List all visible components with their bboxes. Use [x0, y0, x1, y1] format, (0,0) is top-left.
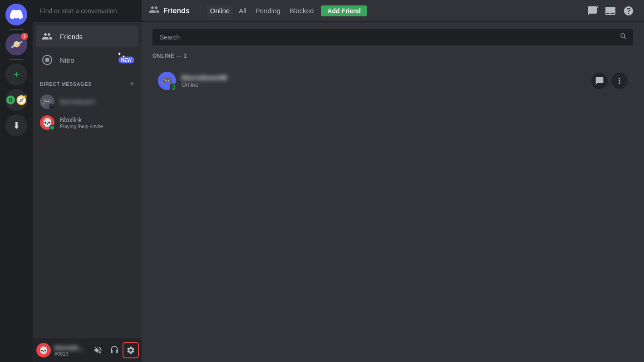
- dm-sidebar: Friends Nitro NEW ✦ ✦ DIRECT MESSAGES +: [33, 0, 142, 362]
- friends-nav-icon: [149, 4, 160, 17]
- top-nav: Friends Online All Pending Blocked Add F…: [142, 0, 644, 22]
- bloxlink-info: Bloxlink Playing /help /invite: [60, 116, 103, 129]
- friends-label: Friends: [60, 33, 83, 40]
- user-tag: #9019: [54, 351, 87, 357]
- main-content: Friends Online All Pending Blocked Add F…: [142, 0, 644, 362]
- dm-user-name: blurreduser1: [60, 98, 96, 105]
- nav-divider: [201, 5, 201, 16]
- friend-name: blurreduser99: [182, 74, 591, 81]
- search-input[interactable]: [40, 7, 134, 15]
- nitro-label: Nitro: [60, 56, 74, 64]
- dm-user-info: blurreduser1: [60, 98, 96, 105]
- bloxlink-name: Bloxlink: [60, 116, 103, 124]
- friend-status-text: Online: [182, 81, 591, 88]
- add-friend-button[interactable]: Add Friend: [321, 5, 367, 16]
- friend-actions: [591, 73, 628, 89]
- friends-content: ONLINE — 1 🎮 blurreduser99 Online: [142, 22, 644, 362]
- dm-sidebar-content: Friends Nitro NEW ✦ ✦ DIRECT MESSAGES +: [33, 22, 142, 338]
- user-panel-info: blurredname #9019: [54, 344, 87, 357]
- friend-mobile-status: [170, 84, 177, 91]
- friends-search: [152, 29, 633, 45]
- user-avatar[interactable]: 💀: [36, 343, 51, 357]
- tab-online[interactable]: Online: [206, 5, 233, 16]
- new-group-dm-button[interactable]: +: [584, 3, 600, 19]
- friends-nav-label: Friends: [163, 7, 190, 15]
- dm-section-header: DIRECT MESSAGES +: [36, 73, 138, 90]
- add-server-button[interactable]: +: [5, 64, 27, 85]
- help-button[interactable]: [620, 3, 637, 19]
- explore-servers-button[interactable]: 🧭: [5, 89, 27, 111]
- message-friend-button[interactable]: [591, 73, 608, 89]
- nitro-new-badge: NEW: [118, 57, 134, 64]
- dm-bloxlink-avatar-wrapper: 💀: [40, 115, 54, 130]
- username: blurredname: [54, 344, 87, 351]
- tab-blocked[interactable]: Blocked: [286, 5, 317, 16]
- dm-user-item[interactable]: 🎮 📱 blurreduser1: [36, 92, 138, 112]
- friends-icon: [40, 29, 54, 44]
- nitro-icon: [40, 53, 54, 67]
- user-panel: 💀 blurredname #9019: [33, 338, 142, 362]
- online-header: ONLINE — 1: [152, 53, 633, 63]
- server-sidebar: 🪐 2 + 🧭 ⬇: [0, 0, 33, 362]
- friends-search-input[interactable]: [152, 29, 633, 45]
- nitro-nav-item[interactable]: Nitro NEW ✦ ✦: [36, 49, 138, 71]
- mute-button[interactable]: [91, 343, 105, 357]
- friend-avatar-wrapper: 🎮: [158, 72, 176, 90]
- add-dm-button[interactable]: +: [129, 80, 134, 88]
- search-icon[interactable]: [619, 32, 628, 42]
- svg-point-1: [45, 58, 49, 62]
- more-options-button[interactable]: [611, 73, 628, 89]
- friend-list-item[interactable]: 🎮 blurreduser99 Online: [152, 67, 633, 94]
- server-icon-planet[interactable]: 🪐 2: [5, 34, 27, 55]
- dm-section-label: DIRECT MESSAGES: [40, 81, 92, 87]
- server-divider: [9, 29, 24, 30]
- friend-info: blurreduser99 Online: [182, 74, 591, 88]
- inbox-button[interactable]: [602, 3, 619, 19]
- download-button[interactable]: ⬇: [5, 114, 27, 136]
- user-panel-controls: [91, 343, 138, 357]
- dm-user-avatar-wrapper: 🎮 📱: [40, 94, 54, 109]
- server-divider-2: [9, 59, 24, 60]
- settings-button[interactable]: [123, 343, 138, 357]
- mobile-status-icon: 📱: [49, 104, 55, 110]
- friends-nav-item[interactable]: Friends: [36, 25, 138, 47]
- discord-home-button[interactable]: [5, 4, 27, 25]
- dm-bloxlink-item[interactable]: 💀 Bloxlink Playing /help /invite: [36, 113, 138, 133]
- headset-button[interactable]: [107, 343, 122, 357]
- tab-all[interactable]: All: [235, 5, 250, 16]
- search-bar[interactable]: [33, 0, 142, 22]
- bloxlink-status: Playing /help /invite: [60, 124, 103, 129]
- online-status-indicator: [49, 125, 55, 130]
- notification-badge: 2: [21, 33, 28, 40]
- tab-pending[interactable]: Pending: [252, 5, 284, 16]
